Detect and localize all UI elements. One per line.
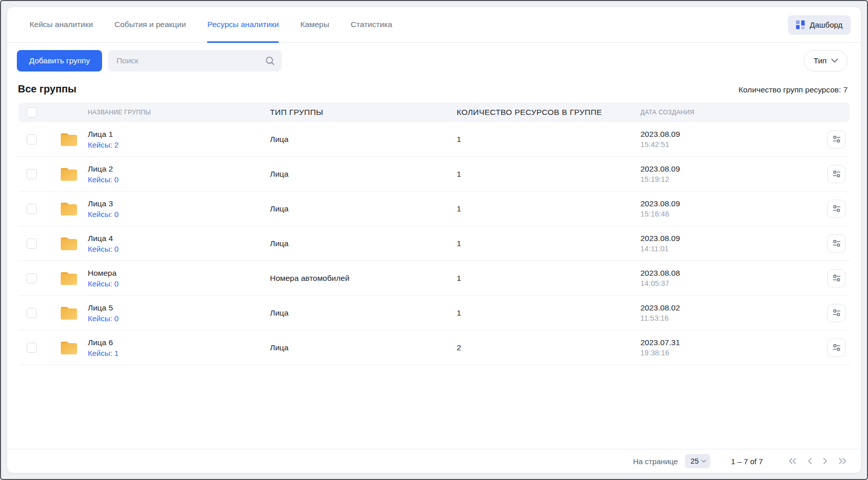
tab[interactable]: Ресурсы аналитики: [207, 7, 279, 43]
folder-icon: [59, 201, 78, 217]
table-body: Лица 1 Кейсы: 2 Лица 1 2023.08.09 15:42:…: [18, 122, 850, 365]
resources-count: 1: [457, 135, 640, 144]
groups-table: НАЗВАНИЕ ГРУППЫ ТИП ГРУППЫ КОЛИЧЕСТВО РЕ…: [7, 103, 861, 449]
dashboard-icon: [796, 20, 805, 29]
created-date: 2023.08.02: [640, 303, 807, 313]
row-checkbox[interactable]: [27, 238, 37, 249]
created-date: 2023.08.09: [640, 199, 807, 208]
sliders-icon: [832, 205, 841, 212]
sliders-icon: [832, 239, 841, 247]
folder-icon: [59, 132, 78, 147]
resources-count: 1: [457, 274, 640, 283]
created-time: 15:19:12: [640, 175, 807, 183]
type-filter-label: Тип: [813, 56, 827, 65]
group-name: Лица 6: [88, 338, 118, 347]
tab[interactable]: Камеры: [300, 7, 329, 43]
group-type: Лица: [270, 170, 457, 179]
created-date: 2023.08.09: [640, 234, 807, 243]
next-page-button[interactable]: [822, 457, 828, 465]
search-input[interactable]: [108, 50, 282, 71]
row-settings-button[interactable]: [827, 200, 846, 218]
row-checkbox[interactable]: [27, 343, 37, 353]
group-type: Лица: [270, 239, 457, 248]
cases-link[interactable]: Кейсы: 0: [88, 210, 118, 219]
table-row: Лица 3 Кейсы: 0 Лица 1 2023.08.09 15:16:…: [18, 191, 850, 226]
toolbar: Добавить группу Тип: [7, 43, 861, 71]
page-range-label: 1 – 7 of 7: [731, 457, 763, 466]
created-date: 2023.08.09: [640, 164, 807, 174]
tab[interactable]: Статистика: [351, 7, 392, 43]
dashboard-button-label: Дашборд: [810, 20, 842, 29]
section-header: Все группы Количество групп ресурсов: 7: [7, 71, 861, 103]
group-type: Лица: [270, 204, 457, 213]
cases-link[interactable]: Кейсы: 2: [88, 140, 118, 149]
row-checkbox[interactable]: [27, 273, 37, 283]
row-settings-button[interactable]: [827, 339, 846, 357]
chevron-down-icon: [831, 59, 838, 63]
group-type: Номера автомобилей: [270, 274, 457, 283]
select-all-checkbox[interactable]: [27, 107, 37, 117]
folder-icon: [59, 305, 78, 321]
cases-link[interactable]: Кейсы: 0: [88, 175, 118, 184]
prev-page-button[interactable]: [807, 457, 813, 465]
folder-icon: [59, 340, 78, 355]
tab[interactable]: События и реакции: [114, 7, 186, 43]
created-date: 2023.08.09: [640, 130, 807, 139]
table-header-row: НАЗВАНИЕ ГРУППЫ ТИП ГРУППЫ КОЛИЧЕСТВО РЕ…: [18, 103, 850, 122]
row-settings-button[interactable]: [827, 269, 846, 287]
sliders-icon: [832, 309, 841, 317]
sliders-icon: [832, 344, 841, 351]
sliders-icon: [832, 274, 841, 282]
group-name: Лица 3: [88, 199, 118, 208]
sliders-icon: [832, 170, 841, 178]
row-checkbox[interactable]: [27, 134, 37, 145]
created-time: 15:16:46: [640, 210, 807, 218]
per-page-select[interactable]: 25: [685, 454, 710, 468]
row-settings-button[interactable]: [827, 130, 846, 149]
per-page-label: На странице: [633, 457, 678, 466]
header-created-date: ДАТА СОЗДАНИЯ: [640, 109, 807, 116]
row-checkbox[interactable]: [27, 169, 37, 179]
row-checkbox[interactable]: [27, 308, 37, 318]
group-name: Лица 2: [88, 164, 118, 174]
group-type: Лица: [270, 343, 457, 352]
table-row: Лица 5 Кейсы: 0 Лица 1 2023.08.02 11:53:…: [18, 296, 850, 330]
created-time: 14:05:37: [640, 279, 807, 287]
row-settings-button[interactable]: [827, 304, 846, 322]
table-row: Лица 2 Кейсы: 0 Лица 1 2023.08.09 15:19:…: [18, 157, 850, 191]
cases-link[interactable]: Кейсы: 0: [88, 245, 118, 253]
groups-count: Количество групп ресурсов: 7: [738, 85, 848, 94]
tab-bar: Кейсы аналитики События и реакции Ресурс…: [7, 7, 861, 43]
created-date: 2023.07.31: [640, 338, 807, 347]
row-settings-button[interactable]: [827, 165, 846, 183]
pagination-bar: На странице 25 1 – 7 of 7: [7, 449, 861, 473]
first-page-button[interactable]: [787, 457, 798, 465]
cases-link[interactable]: Кейсы: 0: [88, 279, 118, 288]
cases-link[interactable]: Кейсы: 0: [88, 314, 118, 323]
cases-link[interactable]: Кейсы: 1: [88, 349, 118, 357]
last-page-button[interactable]: [837, 457, 848, 465]
resources-count: 1: [457, 170, 640, 179]
table-row: Лица 4 Кейсы: 0 Лица 1 2023.08.09 14:11:…: [18, 226, 850, 261]
group-type: Лица: [270, 135, 457, 144]
page-title: Все группы: [18, 83, 77, 95]
main-card: Кейсы аналитики События и реакции Ресурс…: [7, 7, 861, 473]
row-settings-button[interactable]: [827, 234, 846, 253]
pager-arrows: [787, 457, 848, 465]
group-name: Лица 1: [88, 130, 118, 139]
tabs-nav: Кейсы аналитики События и реакции Ресурс…: [30, 7, 392, 42]
group-name: Номера: [88, 269, 118, 278]
chevron-down-icon: [701, 460, 706, 463]
created-time: 11:53:16: [640, 314, 807, 322]
table-row: Лица 1 Кейсы: 2 Лица 1 2023.08.09 15:42:…: [18, 122, 850, 157]
folder-icon: [59, 166, 78, 182]
dashboard-button[interactable]: Дашборд: [788, 15, 851, 35]
row-checkbox[interactable]: [27, 204, 37, 214]
created-time: 14:11:01: [640, 245, 807, 253]
tab[interactable]: Кейсы аналитики: [30, 7, 93, 43]
add-group-button[interactable]: Добавить группу: [17, 50, 102, 71]
resources-count: 2: [457, 343, 640, 352]
sliders-icon: [832, 135, 841, 143]
type-filter-button[interactable]: Тип: [804, 50, 848, 71]
table-row: Номера Кейсы: 0 Номера автомобилей 1 202…: [18, 261, 850, 296]
